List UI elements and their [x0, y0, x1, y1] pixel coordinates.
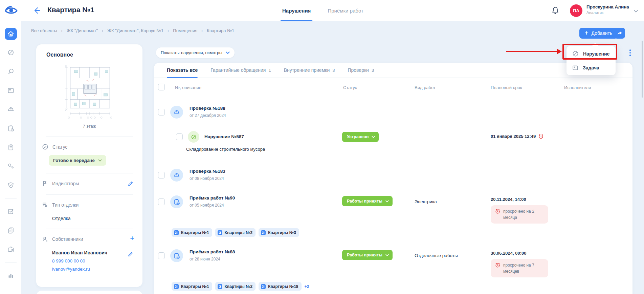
owners-section: Собственники + Иванов Иван Иванович 8 99… [36, 229, 142, 279]
more-options-kebab-icon[interactable] [627, 49, 634, 58]
row-checkbox[interactable] [158, 252, 165, 259]
apartment-tag[interactable]: Квартиры №1 [172, 228, 212, 237]
tab-show-all[interactable]: Показать все [167, 63, 198, 78]
tab-count: 3 [332, 68, 335, 73]
content-area: Все объекты› ЖК "Дипломат"› ЖК "Дипломат… [21, 21, 644, 294]
sidebar-item-keys-icon[interactable] [7, 162, 15, 170]
check-hardhat-icon [170, 106, 183, 119]
sidebar-item-checklists-icon[interactable] [7, 207, 15, 215]
breadcrumb-complex[interactable]: ЖК "Дипломат" [67, 28, 98, 33]
breadcrumb-separator: › [168, 28, 169, 33]
table-row-check-183[interactable]: Проверка №183 от 08 ноября 2024 [154, 160, 632, 189]
row-title[interactable]: Приёмка работ №88 [190, 249, 235, 254]
table-row-acceptance-90[interactable]: Приёмка работ №90 от 05 ноября 2024 Рабо… [154, 189, 632, 243]
menu-item-violation[interactable]: Нарушение [567, 47, 616, 61]
sidebar-item-construction-hardhat-icon[interactable] [7, 105, 15, 113]
apartment-tag[interactable]: Квартиры №18 [259, 282, 301, 291]
status-pill-resolved[interactable]: Устранено [342, 132, 379, 142]
select-all-checkbox[interactable] [158, 84, 165, 90]
owner-email-link[interactable]: ivanov@yandex.ru [52, 267, 137, 272]
indicators-label: Индикаторы [52, 181, 79, 186]
more-tags-link[interactable]: +2 [305, 284, 309, 289]
breadcrumb-all-objects[interactable]: Все объекты [31, 28, 57, 33]
tab-internal-acceptances[interactable]: Внутренние приемки 3 [284, 63, 335, 78]
column-desc: №, описание [175, 85, 201, 90]
sidebar-item-home[interactable] [5, 28, 17, 40]
table-row-acceptance-88[interactable]: Приёмка работ №88 от 28 июня 2024 Работы… [154, 243, 632, 294]
floor-caption: 7 этаж [36, 124, 142, 129]
status-section: Статус Готово к передаче [36, 136, 142, 173]
status-pill-accepted[interactable]: Работы приняты [342, 196, 393, 206]
row-checkbox[interactable] [158, 109, 165, 115]
column-planned: Плановый срок [489, 85, 522, 90]
apartment-tag[interactable]: Квартиры №1 [172, 282, 212, 291]
work-type: Электрика [415, 199, 437, 204]
tag-label: Квартиры №1 [181, 284, 209, 289]
alarm-clock-icon [495, 208, 501, 214]
sidebar-item-violations-icon[interactable] [7, 48, 15, 57]
breadcrumb-current: Квартира №1 [207, 28, 234, 33]
app-screen: Квартира №1 Нарушения Приёмки работ ПА П… [0, 0, 644, 294]
status-value: Готово к передаче [53, 158, 95, 163]
notifications-bell-icon[interactable] [551, 6, 560, 16]
tab-checks[interactable]: Проверки 3 [348, 63, 374, 78]
row-title[interactable]: Нарушение №587 [204, 134, 244, 143]
app-logo-eye-icon[interactable] [4, 5, 18, 16]
tab-warranty-requests[interactable]: Гарантийные обращения 1 [210, 63, 271, 78]
edit-indicators-pencil-icon[interactable] [128, 180, 134, 187]
add-button[interactable]: + Добавить [579, 28, 618, 39]
sidebar-item-acceptance-clipboard-check-icon[interactable] [7, 124, 15, 132]
planned-date: 30.06.2024, 00:00 [491, 251, 527, 256]
sidebar-item-analytics-chart-icon[interactable] [7, 271, 15, 279]
task-window-icon [572, 64, 579, 71]
tab-work-acceptances[interactable]: Приёмки работ [328, 0, 363, 21]
user-info[interactable]: Проскурина Алина Аналитик [586, 4, 629, 15]
sidebar-item-contractors-briefcase-icon[interactable] [7, 245, 15, 253]
owner-phone-link[interactable]: 8 999 000 00 00 [52, 258, 137, 264]
chevron-down-icon [226, 51, 230, 54]
breadcrumb-premises[interactable]: Помещения [173, 28, 197, 33]
breadcrumb-separator: › [102, 28, 103, 33]
status-pill-accepted[interactable]: Работы приняты [342, 250, 393, 260]
breadcrumb-separator: › [61, 28, 63, 33]
status-pill-label: Работы приняты [347, 253, 382, 257]
edit-owner-pencil-icon[interactable] [128, 251, 134, 257]
tab-violations[interactable]: Нарушения [282, 0, 311, 21]
user-avatar[interactable]: ПА [570, 4, 582, 17]
records-table-card: Показать все Гарантийные обращения 1 Вну… [154, 63, 632, 294]
status-value-dropdown[interactable]: Готово к передаче [49, 155, 106, 166]
user-menu-chevron-icon[interactable] [634, 8, 638, 14]
apartment-tag[interactable]: Квартиры №2 [215, 228, 256, 237]
sidebar-item-inspections-search-icon[interactable] [7, 67, 15, 76]
row-date: от 28 июня 2024 [190, 257, 235, 261]
next-panel-card [36, 291, 142, 294]
row-checkbox[interactable] [176, 133, 183, 140]
sidebar-item-acts-clipboard-icon[interactable] [7, 143, 15, 151]
row-title[interactable]: Проверка №183 [190, 169, 225, 174]
filter-dropdown[interactable]: Показать: нарушения, осмотры [156, 47, 235, 58]
acceptance-clipboard-icon [170, 249, 183, 262]
table-row-violation-587[interactable]: Нарушение №587 Устранено 01 января 2025 … [154, 126, 632, 160]
sidebar-item-tasks-window-icon[interactable] [7, 86, 15, 94]
table-row-check-188[interactable]: Проверка №188 от 27 декабря 2024 [154, 97, 632, 126]
sidebar-item-documents-icon[interactable] [7, 226, 15, 234]
apartment-tag[interactable]: Квартиры №2 [215, 282, 256, 291]
breadcrumb-building[interactable]: ЖК "Дипломат", Корпус №1 [107, 28, 163, 33]
top-header: Квартира №1 Нарушения Приёмки работ ПА П… [0, 0, 644, 21]
vertical-scrollbar[interactable] [642, 41, 643, 98]
menu-item-label: Нарушение [583, 51, 609, 57]
row-title[interactable]: Приёмка работ №90 [190, 195, 235, 201]
finish-type-icon [42, 202, 48, 208]
add-owner-plus-icon[interactable]: + [130, 235, 134, 242]
floor-plan-image[interactable] [59, 64, 120, 122]
row-checkbox[interactable] [158, 198, 165, 205]
filter-label: Показать: нарушения, осмотры [161, 50, 222, 55]
row-checkbox[interactable] [158, 172, 165, 178]
row-title[interactable]: Проверка №188 [190, 106, 226, 111]
share-button[interactable] [614, 28, 625, 39]
apartment-tag[interactable]: Квартиры №3 [259, 228, 299, 237]
back-button[interactable] [32, 6, 41, 15]
sidebar-item-warranty-shield-icon[interactable] [7, 181, 15, 189]
menu-item-task[interactable]: Задача [567, 61, 616, 75]
tag-label: Квартиры №1 [181, 230, 209, 235]
